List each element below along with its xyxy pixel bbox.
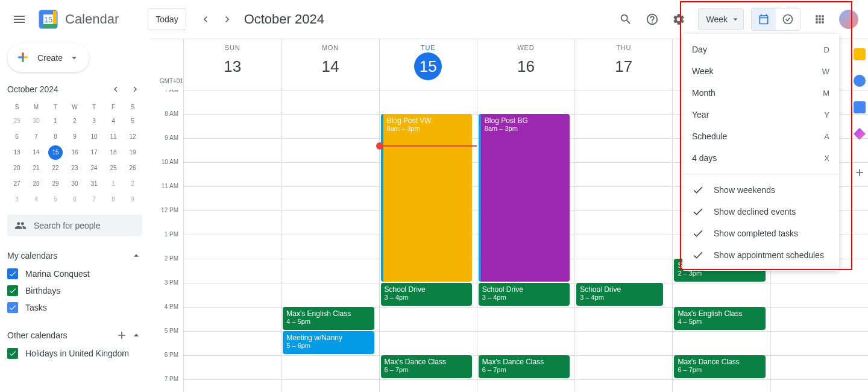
mini-day[interactable]: 10	[87, 130, 101, 144]
calendar-event[interactable]: Blog Post VW8am – 3pm	[381, 114, 472, 282]
view-switcher-button[interactable]: Week	[698, 8, 744, 30]
mini-day[interactable]: 1	[106, 177, 121, 191]
my-calendars-toggle[interactable]: My calendars	[7, 246, 142, 265]
mini-day[interactable]: 9	[68, 130, 82, 144]
mini-day[interactable]: 16	[68, 145, 82, 160]
main-menu-button[interactable]	[5, 5, 34, 34]
checkbox-icon[interactable]	[7, 302, 18, 313]
mini-day[interactable]: 22	[48, 161, 63, 175]
view-option[interactable]: WeekW	[682, 60, 839, 82]
mini-day[interactable]: 6	[68, 192, 82, 207]
account-avatar[interactable]	[839, 10, 858, 29]
search-button[interactable]	[614, 7, 638, 31]
mini-day[interactable]: 30	[29, 114, 43, 128]
calendar-event[interactable]: School Drive3 – 4pm	[381, 283, 472, 306]
day-header[interactable]: THU17	[574, 39, 672, 90]
mini-day[interactable]: 8	[48, 130, 63, 144]
mini-day[interactable]: 3	[87, 114, 101, 128]
tasks-icon[interactable]	[854, 75, 866, 87]
calendar-event[interactable]: Max's Dance Class6 – 7pm	[479, 355, 570, 378]
calendar-event[interactable]: Max's English Class4 – 5pm	[674, 307, 765, 330]
day-header[interactable]: WED16	[477, 39, 574, 90]
mini-day[interactable]: 15	[48, 145, 63, 160]
mini-day[interactable]: 7	[29, 130, 43, 144]
other-calendars-toggle[interactable]: Other calendars	[7, 326, 142, 345]
day-column[interactable]	[183, 90, 281, 392]
view-option[interactable]: YearY	[682, 104, 839, 125]
mini-day[interactable]: 4	[106, 114, 121, 128]
calendar-event[interactable]: Blog Post BG8am – 3pm	[479, 114, 570, 282]
mini-day[interactable]: 26	[125, 161, 140, 175]
mini-day[interactable]: 14	[29, 145, 43, 160]
day-column[interactable]: Max's English Class4 – 5pmMeeting w/Nann…	[281, 90, 379, 392]
calendar-panel-tab[interactable]	[752, 8, 776, 30]
tasks-panel-tab[interactable]	[776, 8, 800, 30]
mini-day[interactable]: 24	[87, 161, 101, 175]
day-column[interactable]: School Drive3 – 4pm	[574, 90, 672, 392]
mini-day[interactable]: 20	[10, 161, 24, 175]
search-people-input[interactable]: Search for people	[7, 215, 142, 236]
prev-week-button[interactable]	[196, 10, 215, 29]
mini-day[interactable]: 21	[29, 161, 43, 175]
mini-day[interactable]: 30	[68, 177, 82, 191]
day-header[interactable]: MON14	[281, 39, 379, 90]
mini-next-month[interactable]	[128, 82, 142, 96]
mini-day[interactable]: 2	[125, 177, 140, 191]
calendar-item[interactable]: Birthdays	[7, 282, 142, 299]
mini-day[interactable]: 12	[125, 130, 140, 144]
mini-day[interactable]: 29	[10, 114, 24, 128]
calendar-event[interactable]: School Drive3 – 4pm	[576, 283, 663, 306]
mini-day[interactable]: 11	[106, 130, 121, 144]
mini-day[interactable]: 27	[10, 177, 24, 191]
mini-day[interactable]: 5	[125, 114, 140, 128]
day-column[interactable]: Blog Post BG8am – 3pmSchool Drive3 – 4pm…	[477, 90, 574, 392]
mini-day[interactable]: 19	[125, 145, 140, 160]
mini-day[interactable]: 29	[48, 177, 63, 191]
view-option[interactable]: ScheduleA	[682, 125, 839, 147]
mini-day[interactable]: 9	[125, 192, 140, 207]
mini-day[interactable]: 8	[106, 192, 121, 207]
mini-day[interactable]: 6	[10, 130, 24, 144]
day-column[interactable]: Blog Post VW8am – 3pmSchool Drive3 – 4pm…	[379, 90, 477, 392]
toggle-option[interactable]: Show weekends	[682, 179, 839, 201]
help-button[interactable]	[640, 7, 664, 31]
checkbox-icon[interactable]	[7, 348, 18, 359]
maps-icon[interactable]	[854, 128, 866, 140]
checkbox-icon[interactable]	[7, 268, 18, 279]
calendar-item[interactable]: Marina Conquest	[7, 265, 142, 282]
mini-day[interactable]: 18	[106, 145, 121, 160]
calendar-event[interactable]: Meeting w/Nanny5 – 6pm	[283, 331, 374, 354]
mini-day[interactable]: 25	[106, 161, 121, 175]
mini-day[interactable]: 7	[87, 192, 101, 207]
mini-day[interactable]: 4	[29, 192, 43, 207]
view-option[interactable]: 4 daysX	[682, 147, 839, 169]
mini-day[interactable]: 28	[29, 177, 43, 191]
keep-icon[interactable]	[854, 48, 866, 60]
view-option[interactable]: MonthM	[682, 82, 839, 104]
contacts-icon[interactable]	[854, 101, 866, 113]
calendar-item[interactable]: Tasks	[7, 299, 142, 316]
mini-day[interactable]: 2	[68, 114, 82, 128]
toggle-option[interactable]: Show appointment schedules	[682, 244, 839, 266]
day-header[interactable]: TUE15	[379, 39, 477, 90]
calendar-event[interactable]: Max's Dance Class6 – 7pm	[674, 355, 765, 378]
create-button[interactable]: Create	[7, 43, 89, 72]
next-week-button[interactable]	[218, 10, 237, 29]
mini-day[interactable]: 17	[87, 145, 101, 160]
mini-day[interactable]: 23	[68, 161, 82, 175]
mini-day[interactable]: 5	[48, 192, 63, 207]
calendar-event[interactable]: School Drive3 – 4pm	[479, 283, 570, 306]
google-apps-button[interactable]	[808, 7, 832, 31]
checkbox-icon[interactable]	[7, 285, 18, 296]
day-header[interactable]: SUN13	[183, 39, 281, 90]
today-button[interactable]: Today	[148, 8, 186, 30]
calendar-event[interactable]: Max's Dance Class6 – 7pm	[381, 355, 472, 378]
calendar-event[interactable]: Max's English Class4 – 5pm	[283, 307, 374, 330]
mini-prev-month[interactable]	[108, 82, 123, 96]
toggle-option[interactable]: Show completed tasks	[682, 223, 839, 244]
settings-button[interactable]	[667, 7, 691, 31]
mini-day[interactable]: 13	[10, 145, 24, 160]
view-option[interactable]: DayD	[682, 39, 839, 60]
add-addon-button[interactable]	[854, 166, 866, 181]
mini-day[interactable]: 31	[87, 177, 101, 191]
